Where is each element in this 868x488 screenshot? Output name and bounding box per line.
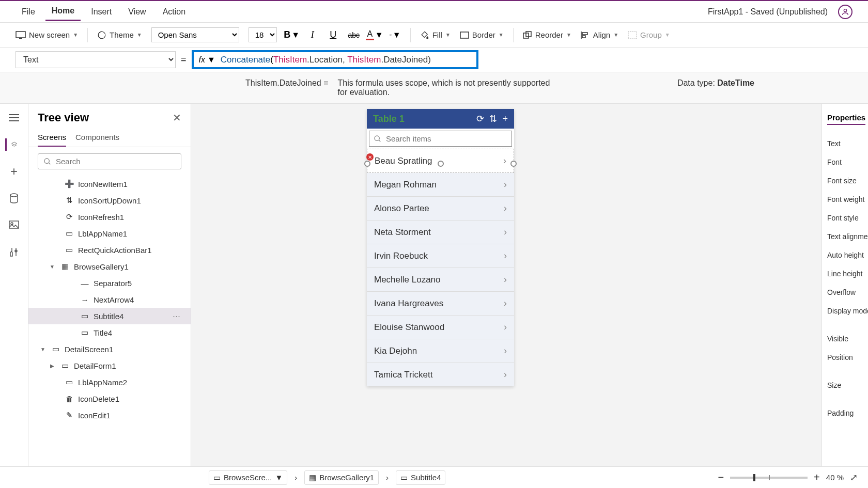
refresh-icon[interactable]: ⟳ [476, 113, 484, 124]
tree-item-detailscreen[interactable]: ▼▭DetailScreen1 [28, 341, 191, 357]
prop-font[interactable]: Font [827, 153, 863, 171]
tree-item-lblappname2[interactable]: ▭LblAppName2 [28, 374, 191, 390]
resize-handle[interactable] [510, 161, 517, 167]
chevron-down-icon[interactable]: ▼ [48, 264, 56, 270]
gallery-item[interactable]: Tamica Trickett› [367, 363, 514, 386]
tree-item-iconsort[interactable]: ⇅IconSortUpDown1 [28, 192, 191, 209]
reorder-button[interactable]: Reorder ▼ [523, 30, 571, 39]
fx-icon[interactable]: fx▼ [199, 55, 215, 65]
phone-preview[interactable]: Table 1 ⟳ ⇅ + ✕ Beau Spratling › [367, 109, 514, 386]
prop-text[interactable]: Text [827, 134, 863, 153]
font-color-button[interactable]: A ▼ [369, 29, 380, 41]
gallery-item[interactable]: Neta Storment› [367, 221, 514, 244]
underline-button[interactable]: U [328, 29, 339, 41]
prop-textalign[interactable]: Text alignme [827, 227, 863, 246]
close-icon[interactable]: ✕ [173, 112, 181, 124]
tree-item-iconrefresh[interactable]: ⟳IconRefresh1 [28, 209, 191, 225]
gallery-item[interactable]: Mechelle Lozano› [367, 268, 514, 292]
zoom-slider[interactable] [730, 477, 808, 479]
user-avatar-icon[interactable] [838, 5, 853, 19]
prop-padding[interactable]: Padding [827, 404, 863, 422]
formula-bar[interactable]: fx▼ Concatenate(ThisItem.Location, ThisI… [192, 50, 478, 69]
more-icon[interactable]: ⋯ [173, 311, 185, 321]
zoom-out-button[interactable]: − [718, 471, 724, 483]
prop-position[interactable]: Position [827, 348, 863, 367]
chevron-right-icon[interactable]: › [504, 227, 507, 238]
zoom-in-button[interactable]: + [814, 471, 820, 483]
tab-screens[interactable]: Screens [38, 129, 66, 147]
chevron-right-icon[interactable]: › [504, 345, 507, 356]
gallery-item[interactable]: Alonso Partee› [367, 197, 514, 221]
tree-item-iconnewitem[interactable]: ➕IconNewItem1 [28, 176, 191, 192]
chevron-right-icon[interactable]: ▶ [48, 363, 56, 369]
tab-insert[interactable]: Insert [85, 3, 118, 21]
breadcrumb-screen[interactable]: ▭ BrowseScre... ▼ [209, 470, 287, 485]
border-button[interactable]: Border ▼ [460, 30, 504, 39]
prop-fontweight[interactable]: Font weight [827, 190, 863, 209]
add-icon[interactable]: + [502, 114, 508, 124]
prop-lineheight[interactable]: Line height [827, 264, 863, 283]
breadcrumb-subtitle[interactable]: ▭ Subtitle4 [396, 470, 445, 485]
gallery-item[interactable]: Elouise Stanwood› [367, 316, 514, 339]
prop-fontsize[interactable]: Font size [827, 171, 863, 190]
gallery-item[interactable]: Irvin Roebuck› [367, 244, 514, 268]
chevron-right-icon[interactable]: › [504, 274, 507, 285]
tree-item-title4[interactable]: ▭Title4 [28, 324, 191, 341]
hamburger-icon[interactable] [8, 112, 20, 124]
tree-item-icondelete[interactable]: 🗑IconDelete1 [28, 390, 191, 407]
font-family-select[interactable]: Open Sans [151, 27, 239, 42]
property-select[interactable]: Text [16, 51, 176, 68]
font-size-select[interactable]: 18 [249, 27, 277, 42]
tab-view[interactable]: View [122, 3, 152, 21]
italic-button[interactable]: I [307, 29, 318, 41]
media-icon[interactable] [8, 219, 20, 231]
layers-icon[interactable] [5, 138, 18, 151]
tab-action[interactable]: Action [157, 3, 192, 21]
chevron-right-icon[interactable]: › [504, 322, 507, 333]
prop-displaymode[interactable]: Display mode [827, 302, 863, 320]
gallery-item[interactable]: Ivana Hargreaves› [367, 292, 514, 316]
chevron-right-icon[interactable]: › [504, 369, 507, 380]
chevron-right-icon[interactable]: › [504, 179, 507, 190]
tab-home[interactable]: Home [45, 2, 81, 21]
chevron-right-icon[interactable]: › [504, 250, 507, 261]
tree-item-nextarrow[interactable]: →NextArrow4 [28, 291, 191, 308]
tree-item-separator[interactable]: —Separator5 [28, 275, 191, 291]
tab-file[interactable]: File [16, 3, 41, 21]
bold-button[interactable]: B▼ [286, 29, 298, 41]
tree-item-rectqab[interactable]: ▭RectQuickActionBar1 [28, 242, 191, 258]
tree-item-subtitle4[interactable]: ▭Subtitle4⋯ [28, 308, 191, 324]
gallery-item[interactable]: ✕ Beau Spratling › [367, 149, 514, 173]
sort-icon[interactable]: ⇅ [489, 113, 497, 124]
breadcrumb-gallery[interactable]: ▦ BrowseGallery1 [304, 470, 379, 485]
text-align-button[interactable]: ▼ [390, 29, 401, 41]
tools-icon[interactable] [8, 246, 20, 258]
new-screen-button[interactable]: New screen ▼ [16, 30, 78, 39]
gallery-item[interactable]: Megan Rohman› [367, 173, 514, 197]
chevron-right-icon[interactable]: › [504, 298, 507, 309]
database-icon[interactable] [8, 192, 20, 204]
properties-header[interactable]: Properties [827, 113, 865, 125]
chevron-right-icon[interactable]: › [504, 203, 507, 214]
tab-components[interactable]: Components [75, 129, 119, 147]
align-button[interactable]: Align ▼ [581, 30, 618, 39]
prop-overflow[interactable]: Overflow [827, 283, 863, 302]
prop-fontstyle[interactable]: Font style [827, 209, 863, 227]
tree-search-input[interactable] [38, 153, 181, 169]
tree-item-iconedit[interactable]: ✎IconEdit1 [28, 407, 191, 423]
theme-button[interactable]: Theme ▼ [97, 30, 142, 40]
prop-size[interactable]: Size [827, 376, 863, 395]
add-icon[interactable]: + [8, 165, 20, 178]
gallery-item[interactable]: Kia Dejohn› [367, 339, 514, 363]
fill-button[interactable]: Fill ▼ [420, 30, 451, 40]
expand-icon[interactable]: ⤢ [850, 472, 858, 483]
strikethrough-button[interactable]: abc [348, 29, 360, 41]
group-button[interactable]: Group ▼ [628, 30, 670, 39]
chevron-down-icon[interactable]: ▼ [39, 347, 47, 352]
resize-handle[interactable] [364, 161, 370, 167]
tree-item-browsegallery[interactable]: ▼▦BrowseGallery1 [28, 258, 191, 275]
prop-visible[interactable]: Visible [827, 329, 863, 348]
tree-item-detailform[interactable]: ▶▭DetailForm1 [28, 357, 191, 374]
gallery-search[interactable] [369, 131, 512, 147]
resize-handle[interactable] [438, 161, 444, 167]
